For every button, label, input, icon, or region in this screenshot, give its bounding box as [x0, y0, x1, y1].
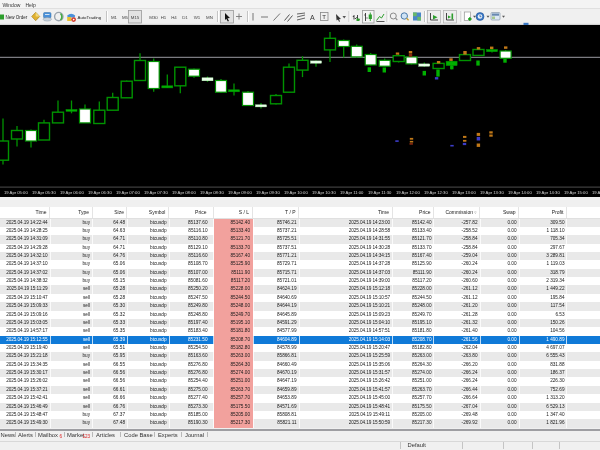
- svg-text:W1: W1: [194, 15, 201, 20]
- svg-text:19 Apr 15:30: 19 Apr 15:30: [592, 189, 600, 194]
- svg-text:19 Apr 12:00: 19 Apr 12:00: [396, 189, 420, 194]
- svg-text:M1: M1: [111, 15, 118, 20]
- svg-text:M5: M5: [122, 15, 129, 20]
- svg-text:19 Apr 05:00: 19 Apr 05:00: [4, 189, 28, 194]
- svg-text:D1: D1: [182, 15, 188, 20]
- svg-text:M30: M30: [149, 15, 158, 20]
- svg-text:19 Apr 13:30: 19 Apr 13:30: [480, 189, 504, 194]
- svg-text:19 Apr 06:00: 19 Apr 06:00: [60, 189, 84, 194]
- svg-text:19 Apr 07:30: 19 Apr 07:30: [144, 189, 168, 194]
- svg-text:H4: H4: [171, 15, 177, 20]
- svg-text:19 Apr 14:30: 19 Apr 14:30: [536, 189, 560, 194]
- svg-text:19 Apr 13:00: 19 Apr 13:00: [452, 189, 476, 194]
- svg-text:19 Apr 05:30: 19 Apr 05:30: [32, 189, 56, 194]
- svg-text:19 Apr 11:30: 19 Apr 11:30: [368, 189, 392, 194]
- svg-text:A: A: [310, 14, 315, 21]
- svg-text:AutoTrading: AutoTrading: [78, 15, 102, 20]
- svg-text:19 Apr 06:30: 19 Apr 06:30: [88, 189, 112, 194]
- svg-text:H1: H1: [161, 15, 167, 20]
- svg-text:New Order: New Order: [6, 15, 28, 20]
- svg-text:MN: MN: [206, 15, 213, 20]
- svg-text:M15: M15: [131, 15, 140, 20]
- svg-text:19 Apr 09:00: 19 Apr 09:00: [228, 189, 252, 194]
- svg-text:T: T: [322, 14, 326, 20]
- svg-text:19 Apr 08:30: 19 Apr 08:30: [200, 189, 224, 194]
- svg-text:19 Apr 10:00: 19 Apr 10:00: [284, 189, 308, 194]
- svg-text:19 Apr 07:00: 19 Apr 07:00: [116, 189, 140, 194]
- svg-text:19 Apr 15:00: 19 Apr 15:00: [564, 189, 588, 194]
- svg-text:19 Apr 08:00: 19 Apr 08:00: [172, 189, 196, 194]
- svg-text:19 Apr 10:30: 19 Apr 10:30: [312, 189, 336, 194]
- svg-text:19 Apr 09:30: 19 Apr 09:30: [256, 189, 280, 194]
- svg-text:19 Apr 12:30: 19 Apr 12:30: [424, 189, 448, 194]
- svg-text:19 Apr 11:00: 19 Apr 11:00: [340, 189, 364, 194]
- svg-text:19 Apr 14:00: 19 Apr 14:00: [508, 189, 532, 194]
